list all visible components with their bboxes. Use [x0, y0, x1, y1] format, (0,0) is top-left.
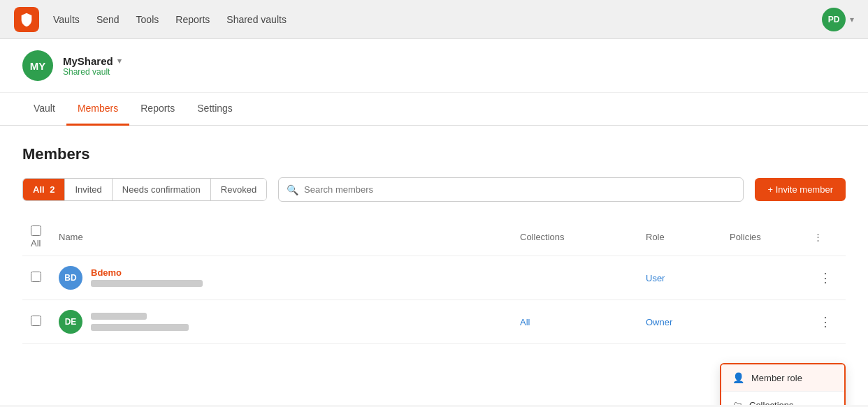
row2-name-wrapper: DE: [59, 310, 503, 334]
filter-invited[interactable]: Invited: [65, 179, 112, 200]
row2-role[interactable]: Owner: [646, 317, 672, 327]
dropdown-member-role-label: Member role: [751, 373, 802, 383]
org-avatar: MY: [22, 50, 53, 81]
tab-reports[interactable]: Reports: [129, 93, 186, 126]
dropdown-member-role[interactable]: 👤 Member role: [721, 364, 844, 392]
col-header-collections: Collections: [512, 219, 637, 256]
row1-actions-cell: ⋮: [805, 256, 846, 300]
select-all-checkbox[interactable]: [31, 225, 41, 236]
app-logo[interactable]: [14, 7, 39, 32]
row2-check-cell: [22, 300, 50, 344]
org-name-text: MyShared: [63, 55, 113, 67]
org-info: MyShared ▾ Shared vault: [63, 55, 122, 77]
org-subtitle: Shared vault: [63, 67, 122, 77]
person-icon: 👤: [732, 372, 744, 383]
row2-email-redacted: [91, 324, 189, 331]
user-menu[interactable]: PD ▾: [822, 8, 854, 31]
row2-actions-cell: ⋮: [805, 300, 846, 344]
main-content: Members All 2 Invited Needs confirmation…: [0, 126, 868, 405]
row2-policies-cell: [721, 300, 805, 344]
table-row: DE All Owner: [22, 300, 846, 344]
filter-all-label: All: [33, 184, 45, 195]
row2-name[interactable]: [91, 311, 189, 322]
dropdown-collections[interactable]: 🗂 Collections: [721, 392, 844, 405]
row2-collections[interactable]: All: [520, 317, 530, 327]
row2-name-info: [91, 311, 189, 333]
col-header-name: Name: [50, 219, 512, 256]
row2-email: [91, 323, 189, 333]
dropdown-collections-label: Collections: [749, 400, 794, 406]
row1-name[interactable]: Bdemo: [91, 267, 203, 278]
row1-email-redacted: [91, 280, 203, 287]
nav-shared-vaults[interactable]: Shared vaults: [226, 11, 287, 28]
col-header-check: All: [22, 219, 50, 256]
search-input[interactable]: [278, 177, 744, 202]
row2-checkbox[interactable]: [31, 316, 41, 326]
search-icon: 🔍: [287, 184, 298, 195]
nav-tools[interactable]: Tools: [136, 11, 159, 28]
row1-actions-button[interactable]: ⋮: [813, 267, 837, 288]
row1-collections-cell: [512, 256, 637, 300]
row1-role[interactable]: User: [646, 273, 665, 283]
tab-settings[interactable]: Settings: [186, 93, 244, 126]
members-table: All Name Collections Role Policies ⋮ BD: [22, 219, 846, 344]
table-row: BD Bdemo User ⋮: [22, 256, 846, 300]
row1-role-cell: User: [637, 256, 721, 300]
tab-vault[interactable]: Vault: [22, 93, 66, 126]
col-header-role: Role: [637, 219, 721, 256]
nav-reports[interactable]: Reports: [175, 11, 210, 28]
select-all-label: All: [31, 238, 41, 249]
search-container: 🔍: [278, 177, 744, 202]
row1-check-cell: [22, 256, 50, 300]
tab-bar: Vault Members Reports Settings: [0, 93, 868, 126]
filter-all-count: 2: [50, 184, 55, 195]
row1-name-wrapper: BD Bdemo: [59, 266, 503, 290]
org-name-button[interactable]: MyShared ▾: [63, 55, 122, 67]
row2-role-cell: Owner: [637, 300, 721, 344]
row1-name-info: Bdemo: [91, 267, 203, 289]
avatar[interactable]: PD: [822, 8, 846, 31]
nav-send[interactable]: Send: [96, 11, 120, 28]
chevron-down-icon[interactable]: ▾: [850, 15, 854, 24]
nav-links: Vaults Send Tools Reports Shared vaults: [53, 11, 822, 28]
nav-vaults[interactable]: Vaults: [53, 11, 80, 28]
row2-name-cell: DE: [50, 300, 512, 344]
page-title: Members: [22, 145, 846, 163]
org-header: MY MyShared ▾ Shared vault: [0, 39, 868, 93]
context-menu: 👤 Member role 🗂 Collections ⊘ Revoke acc…: [720, 363, 846, 405]
row1-avatar: BD: [59, 266, 82, 290]
row1-email: [91, 279, 203, 289]
tab-members[interactable]: Members: [66, 93, 129, 126]
filter-revoked[interactable]: Revoked: [211, 179, 266, 200]
filter-needs-confirmation[interactable]: Needs confirmation: [113, 179, 211, 200]
row2-avatar: DE: [59, 310, 82, 334]
row2-name-redacted: [91, 313, 147, 320]
row1-policies-cell: [721, 256, 805, 300]
row2-actions-button[interactable]: ⋮: [813, 311, 837, 332]
invite-member-button[interactable]: + Invite member: [755, 178, 846, 201]
col-header-actions: ⋮: [805, 219, 846, 256]
row1-name-cell: BD Bdemo: [50, 256, 512, 300]
filter-bar: All 2 Invited Needs confirmation Revoked…: [22, 177, 846, 202]
row1-checkbox[interactable]: [31, 272, 41, 282]
col-header-policies: Policies: [721, 219, 805, 256]
filter-group: All 2 Invited Needs confirmation Revoked: [22, 178, 267, 201]
row2-collections-cell: All: [512, 300, 637, 344]
folder-icon: 🗂: [732, 399, 742, 405]
top-navigation: Vaults Send Tools Reports Shared vaults …: [0, 0, 868, 39]
filter-all[interactable]: All 2: [23, 179, 65, 200]
org-chevron-icon: ▾: [117, 57, 122, 66]
